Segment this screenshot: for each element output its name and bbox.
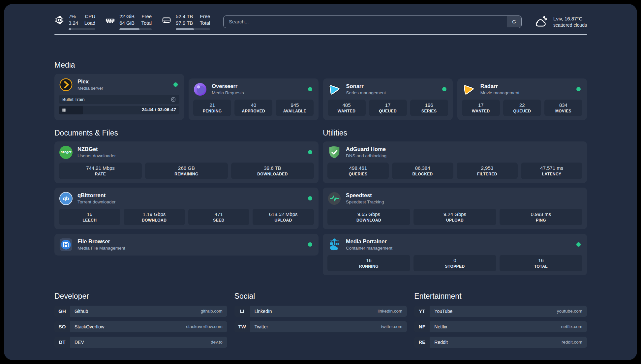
- bookmark-name: Github: [75, 309, 88, 314]
- bookmark-stackoverflow[interactable]: SO StackOverflow stackoverflow.com: [54, 321, 227, 332]
- service-card-nzbget[interactable]: nzbget NZBGet Usenet downloader 744.21 M…: [54, 141, 319, 183]
- service-description: Torrent downloader: [77, 199, 116, 205]
- stat-label: UPLOAD: [254, 218, 313, 223]
- cast-icon[interactable]: [170, 97, 176, 102]
- stat-tile: 1.19 Gbps DOWNLOAD: [124, 209, 185, 225]
- memory-values: 22 GiB 64 GiB: [119, 13, 135, 26]
- stat-value: 22: [504, 102, 540, 108]
- weather-condition: scattered clouds: [553, 22, 587, 28]
- bookmark-netflix[interactable]: NF Netflix netflix.com: [414, 321, 587, 332]
- pause-icon[interactable]: [62, 108, 66, 112]
- service-description: Speedtest Tracking: [346, 199, 384, 205]
- stat-value: 196: [412, 102, 447, 108]
- disk-values: 52.4 TB 97.9 TB: [176, 13, 193, 26]
- stat-label: QUERIES: [329, 172, 387, 176]
- cpu-widget: 7% 3.24 CPU Load: [54, 13, 95, 30]
- stat-value: 21: [195, 102, 230, 108]
- bookmark-name: YouTube: [434, 309, 452, 314]
- bookmark-abbr: DT: [54, 337, 70, 348]
- stat-value: 17: [370, 102, 406, 108]
- stat-label: FILTERED: [458, 172, 517, 176]
- service-name: Sonarr: [346, 83, 386, 90]
- service-name: Plex: [77, 78, 103, 85]
- bookmarks-entertainment: Entertainment YT YouTube youtube.com NF …: [414, 292, 587, 352]
- service-description: Media server: [77, 85, 103, 91]
- stat-tile: 471 SEED: [188, 209, 250, 225]
- stat-tile: 17 WANTED: [462, 100, 500, 116]
- stat-label: UPLOAD: [415, 218, 495, 223]
- service-name: NZBGet: [77, 146, 116, 153]
- stat-value: 618.52 Mbps: [254, 211, 313, 217]
- bookmark-url: linkedin.com: [378, 309, 402, 314]
- stat-value: 2,953: [458, 165, 517, 171]
- bookmark-abbr: RE: [414, 337, 430, 348]
- service-card-portainer[interactable]: Media Portainer Container management 16 …: [323, 234, 587, 275]
- stat-label: PING: [501, 218, 581, 223]
- stat-tile: 16 LEECH: [59, 209, 120, 225]
- bookmark-name: LinkedIn: [255, 309, 272, 314]
- bookmark-url: reddit.com: [562, 340, 582, 345]
- service-card-speedtest[interactable]: Speedtest Speedtest Tracking 9.65 Gbps D…: [323, 188, 587, 229]
- stat-tile: 498,461 QUERIES: [327, 163, 389, 179]
- memory-labels: Free Total: [140, 13, 152, 26]
- stat-value: 0.993 ms: [501, 211, 581, 217]
- section-title-documents: Documents & Files: [54, 129, 319, 137]
- bookmark-twitter[interactable]: TW Twitter twitter.com: [234, 321, 407, 332]
- cpu-load: 3.24: [69, 20, 78, 26]
- bookmark-reddit[interactable]: RE Reddit reddit.com: [414, 337, 587, 348]
- adguard-icon: [327, 145, 341, 159]
- search-provider-button[interactable]: G: [507, 16, 521, 27]
- disk-total: 97.9 TB: [176, 20, 193, 26]
- service-card-sonarr[interactable]: Sonarr Series management 485 WANTED 17 Q…: [323, 78, 453, 120]
- cpu-label-top: CPU: [84, 13, 95, 20]
- stat-tile: 485 WANTED: [328, 100, 366, 116]
- stat-label: RUNNING: [329, 264, 409, 269]
- section-title-developer: Developer: [54, 292, 227, 301]
- service-card-radarr[interactable]: Radarr Movie management 17 WANTED 22 QUE…: [457, 78, 587, 120]
- disk-icon: [162, 15, 171, 25]
- stat-label: RATE: [60, 172, 140, 176]
- memory-total: 64 GiB: [119, 20, 135, 26]
- stat-value: 834: [546, 102, 581, 108]
- now-playing-time: 24:44 / 02:06:47: [142, 107, 176, 112]
- bookmark-dev[interactable]: DT DEV dev.to: [54, 337, 227, 348]
- service-card-adguard[interactable]: AdGuard Home DNS and adblocking 498,461 …: [323, 141, 587, 183]
- filebrowser-icon: [59, 238, 73, 252]
- search-input[interactable]: [223, 15, 522, 28]
- status-dot-online: [173, 82, 178, 87]
- stat-label: SERIES: [412, 109, 447, 113]
- memory-label-bottom: Total: [140, 20, 152, 26]
- bookmark-abbr: LI: [234, 306, 250, 317]
- bookmark-github[interactable]: GH Github github.com: [54, 306, 227, 317]
- stat-value: 498,461: [329, 165, 387, 171]
- bookmark-name: Twitter: [255, 324, 268, 329]
- memory-progressbar: [119, 28, 152, 30]
- section-title-media: Media: [54, 61, 587, 70]
- stat-value: 47.571 ms: [522, 165, 581, 171]
- stat-value: 9.24 Gbps: [415, 211, 495, 217]
- service-card-qbittorrent[interactable]: qb qBittorrent Torrent downloader 16 LEE…: [54, 188, 319, 229]
- stat-tile: 47.571 ms LATENCY: [521, 163, 582, 179]
- service-card-plex[interactable]: Plex Media server Bullet Train 24:44 / 0…: [54, 74, 184, 120]
- bookmark-youtube[interactable]: YT YouTube youtube.com: [414, 306, 587, 317]
- bookmark-name: StackOverflow: [75, 324, 104, 329]
- service-description: Series management: [346, 90, 386, 96]
- cpu-progressbar: [69, 28, 95, 30]
- service-description: DNS and adblocking: [346, 153, 386, 159]
- dashboard-panel: 7% 3.24 CPU Load: [4, 4, 637, 360]
- service-card-filebrowser[interactable]: File Browser Media File Management: [54, 234, 319, 256]
- section-title-utilities: Utilities: [323, 129, 587, 137]
- stat-value: 1.19 Gbps: [125, 211, 184, 217]
- stat-value: 0: [415, 257, 495, 263]
- bookmark-url: youtube.com: [557, 309, 582, 314]
- stat-label: WANTED: [329, 109, 364, 113]
- stat-label: QUEUED: [504, 109, 540, 113]
- stat-value: 471: [190, 211, 248, 217]
- stat-label: REMAINING: [146, 172, 227, 176]
- bookmark-abbr: SO: [54, 321, 70, 332]
- service-card-overseerr[interactable]: Overseerr Media Requests 21 PENDING 40 A…: [189, 78, 318, 120]
- bookmark-linkedin[interactable]: LI LinkedIn linkedin.com: [234, 306, 407, 317]
- stat-value: 86,384: [393, 165, 452, 171]
- status-dot-online: [442, 87, 446, 91]
- media-grid: Plex Media server Bullet Train 24:44 / 0…: [54, 74, 587, 120]
